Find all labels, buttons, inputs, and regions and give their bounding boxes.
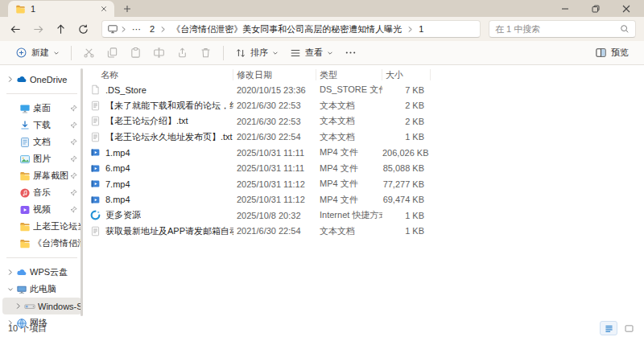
pin-icon — [70, 171, 77, 181]
file-row[interactable]: 7.mp4 2025/10/31 11:12 MP4 文件 77,277 KB — [87, 176, 644, 192]
tab-title: 1 — [31, 4, 93, 14]
file-row[interactable]: 1.mp4 2025/10/31 11:11 MP4 文件 206,026 KB — [87, 145, 644, 161]
toolbar-divider — [223, 46, 224, 60]
toolbar-divider — [71, 46, 72, 60]
pin-icon — [70, 239, 77, 249]
pin-icon — [70, 188, 77, 198]
chevron-right-icon — [160, 26, 166, 33]
text-file-icon — [90, 101, 101, 111]
document-icon — [19, 137, 31, 148]
chevron-right-icon — [6, 269, 14, 276]
tab-close-icon[interactable] — [98, 3, 109, 14]
breadcrumb-ellipsis[interactable]: ⋯ — [129, 23, 144, 35]
paste-icon[interactable] — [124, 43, 147, 62]
file-row[interactable]: 8.mp4 2025/10/31 11:12 MP4 文件 69,474 KB — [87, 192, 644, 208]
explorer-body: OneDrive 桌面 下载 文档 图片 — [0, 65, 644, 319]
close-button[interactable] — [620, 2, 633, 15]
text-file-icon — [90, 226, 101, 236]
music-icon — [19, 187, 31, 199]
pin-icon — [70, 138, 77, 147]
onedrive-cloud-icon — [16, 74, 27, 85]
sidebar-item-desktop[interactable]: 桌面 — [2, 100, 81, 117]
refresh-button[interactable] — [72, 19, 93, 39]
sort-button-label: 排序 — [250, 47, 268, 59]
column-header-size[interactable]: 大小 — [382, 69, 431, 80]
address-bar: ⋯ 2 《台湾情侣泄密》美女同事和公司高层的秘密遭知情人曝光 1 — [0, 17, 644, 41]
file-row[interactable]: 【来了就能下载和观看的论坛，纯免费！】.txt 2021/6/30 22:53 … — [87, 98, 644, 114]
preview-button-label: 预览 — [611, 47, 629, 59]
preview-pane-icon — [595, 47, 607, 59]
tab-folder-1[interactable]: 1 — [8, 1, 114, 17]
search-box — [489, 20, 636, 38]
file-row[interactable]: 更多资源 2025/10/8 20:32 Internet 快捷方式 1 KB — [87, 208, 644, 224]
copy-icon[interactable] — [101, 43, 124, 62]
sidebar-item-network[interactable]: 网络 — [2, 314, 81, 331]
new-button[interactable]: 新建 — [10, 43, 65, 62]
sidebar-item-downloads[interactable]: 下载 — [2, 117, 81, 134]
column-header-name[interactable]: 名称 — [87, 69, 233, 80]
sidebar-item-this-pc[interactable]: 此电脑 — [2, 281, 81, 298]
pictures-icon — [19, 154, 31, 165]
sidebar-item-videos[interactable]: 视频 — [2, 201, 81, 218]
file-row[interactable]: 6.mp4 2025/10/31 11:11 MP4 文件 85,088 KB — [87, 161, 644, 177]
back-button[interactable] — [5, 19, 26, 39]
status-bar: 10 个项目 — [0, 319, 644, 337]
sidebar-item-taiwan-folder[interactable]: 《台湾情侣泄 — [2, 235, 81, 252]
column-header-type[interactable]: 类型 — [316, 69, 382, 80]
video-icon — [19, 204, 31, 216]
sidebar-item-documents[interactable]: 文档 — [2, 134, 81, 150]
sort-button[interactable]: 排序 — [229, 43, 284, 62]
up-button[interactable] — [50, 19, 71, 39]
file-row[interactable]: 【老王论坛永久地址发布页】.txt 2021/6/30 22:54 文本文档 1… — [87, 129, 644, 146]
rename-icon[interactable] — [147, 43, 171, 62]
chevron-down-icon — [53, 50, 60, 56]
forward-button[interactable] — [27, 19, 48, 39]
view-button[interactable]: 查看 — [284, 43, 339, 62]
sidebar-item-laowang-folder[interactable]: 上老王论坛当 — [2, 218, 81, 235]
video-file-icon — [90, 195, 101, 205]
chevron-right-icon — [121, 26, 126, 33]
minimize-button[interactable] — [559, 2, 572, 15]
view-icon — [290, 47, 301, 59]
sidebar-item-label: 此电脑 — [30, 283, 81, 295]
folder-icon — [19, 171, 31, 182]
breadcrumb-segment-current[interactable]: 1 — [415, 23, 427, 35]
pin-icon — [70, 222, 77, 232]
cut-icon[interactable] — [77, 43, 101, 62]
breadcrumb-segment-folder[interactable]: 《台湾情侣泄密》美女同事和公司高层的秘密遭知情人曝光 — [168, 23, 405, 36]
view-toggles — [600, 321, 638, 335]
delete-icon[interactable] — [194, 43, 217, 62]
file-row[interactable]: 【老王论坛介绍】.txt 2021/6/30 22:53 文本文档 2 KB — [87, 113, 644, 129]
text-file-icon — [90, 132, 101, 142]
more-options-icon[interactable] — [339, 43, 362, 62]
chevron-right-icon — [6, 76, 14, 83]
sidebar-item-pictures[interactable]: 图片 — [2, 150, 81, 167]
sidebar-item-onedrive[interactable]: OneDrive — [2, 71, 81, 88]
search-input[interactable] — [495, 24, 620, 34]
chevron-down-icon — [272, 50, 279, 56]
video-file-icon — [90, 179, 101, 189]
sidebar-item-windows-ssd[interactable]: Windows-SSD — [2, 298, 81, 314]
computer-icon — [16, 284, 27, 295]
new-tab-button[interactable] — [121, 2, 134, 15]
sidebar-item-screenshots[interactable]: 屏幕截图 — [2, 167, 81, 184]
preview-button[interactable]: 预览 — [589, 43, 634, 62]
large-icons-view-button[interactable] — [620, 321, 638, 335]
chevron-right-icon — [407, 26, 413, 33]
command-bar: 新建 排序 查看 预览 — [0, 41, 644, 65]
file-list: 名称 修改日期 类型 大小 .DS_Store 2020/10/15 23:36… — [84, 65, 644, 319]
share-icon[interactable] — [171, 43, 194, 62]
video-file-icon — [90, 147, 101, 158]
column-header-date[interactable]: 修改日期 — [233, 69, 316, 80]
sidebar-item-music[interactable]: 音乐 — [2, 184, 81, 201]
pin-icon — [70, 104, 77, 113]
restore-button[interactable] — [589, 2, 602, 15]
file-row[interactable]: .DS_Store 2020/10/15 23:36 DS_STORE 文件 7… — [87, 82, 644, 98]
sidebar-item-label: OneDrive — [30, 75, 81, 84]
text-file-icon — [90, 116, 101, 126]
breadcrumb[interactable]: ⋯ 2 《台湾情侣泄密》美女同事和公司高层的秘密遭知情人曝光 1 — [101, 20, 481, 38]
file-row[interactable]: 获取最新地址及APP请发邮箱自动获取.txt 2021/6/30 22:54 文… — [87, 224, 644, 240]
details-view-button[interactable] — [600, 321, 617, 335]
breadcrumb-segment-2[interactable]: 2 — [147, 23, 158, 35]
sidebar-item-wps-cloud[interactable]: WPS云盘 — [2, 264, 81, 281]
